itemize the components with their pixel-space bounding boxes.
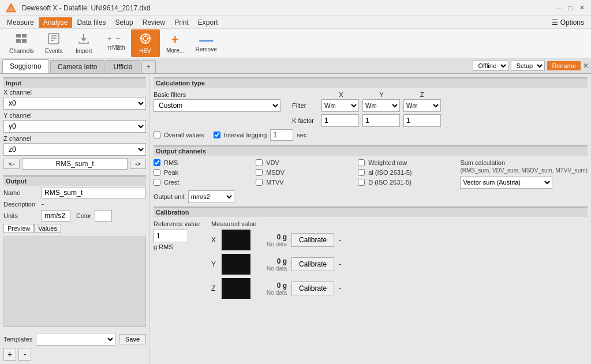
menu-print[interactable]: Print (170, 17, 193, 28)
crest-checkbox[interactable] (154, 179, 160, 186)
right-panel-spacer (154, 306, 588, 361)
toolbar: Channels Events Import + + π Σ Math HBV (0, 29, 591, 59)
vdv-checkbox-row: VDV (256, 159, 352, 166)
color-picker[interactable] (95, 210, 112, 222)
tab-ufficio[interactable]: Ufficio (106, 60, 140, 73)
menu-review[interactable]: Review (138, 17, 170, 28)
rename-button[interactable]: Rename (547, 61, 581, 70)
minimize-button[interactable]: — (554, 3, 563, 13)
preview-tabs: Preview Values (3, 224, 146, 233)
rms-label: RMS (164, 159, 178, 166)
close-button[interactable]: ✕ (577, 3, 586, 13)
filter-z-select[interactable]: Wm (403, 99, 441, 112)
tab-soggiorno[interactable]: Soggiorno (2, 59, 49, 73)
calib-x-label: X (211, 236, 217, 244)
options-button[interactable]: ☰ Options (547, 16, 589, 29)
rms-checkbox[interactable] (154, 159, 160, 166)
tab-bar-right: Offline Setup Rename ✕ (473, 61, 589, 73)
window-controls[interactable]: — □ ✕ (554, 3, 586, 13)
reference-value-input[interactable] (154, 230, 188, 242)
overall-values-row: Overall values (154, 132, 204, 138)
peak-checkbox-row: Peak (154, 169, 250, 176)
preview-tab[interactable]: Preview (3, 224, 34, 233)
toolbar-events[interactable]: Events (39, 29, 68, 57)
svg-rect-3 (22, 34, 27, 37)
d-checkbox[interactable] (358, 179, 365, 186)
x-channel-group: X channel x0 (3, 89, 146, 110)
toolbar-channels[interactable]: Channels (5, 29, 38, 57)
output-unit-select[interactable]: mm/s2 (188, 190, 234, 203)
al-checkbox[interactable] (358, 169, 365, 176)
calibrate-z-button[interactable]: Calibrate (291, 282, 334, 295)
hbv-label: HBV (139, 48, 151, 54)
y-channel-label: Y channel (3, 112, 146, 119)
output-desc-value: - (42, 200, 44, 208)
output-section: Output Name Description - Units Color Pr… (3, 175, 146, 233)
overall-values-checkbox[interactable] (154, 132, 160, 138)
app-logo (5, 2, 17, 14)
output-name-row: Name (3, 187, 146, 198)
nav-prev-button[interactable]: <- (3, 159, 20, 169)
calib-z-display (222, 278, 250, 299)
z-channel-select[interactable]: z0 (3, 143, 146, 156)
calib-x-value: 0 g (277, 233, 287, 241)
calib-z-label: Z (211, 284, 217, 292)
x-channel-select[interactable]: x0 (3, 97, 146, 110)
import-label: Import (76, 48, 92, 54)
toolbar-more[interactable]: + More... (161, 29, 190, 57)
sum-calc-select[interactable]: Vector sum (Austria) (460, 176, 552, 189)
output-units-input[interactable] (42, 210, 70, 222)
msdv-checkbox[interactable] (256, 169, 263, 176)
calibrate-x-button[interactable]: Calibrate (291, 233, 334, 247)
interval-value-input[interactable] (270, 129, 293, 141)
filter-y-select[interactable]: Wm (362, 99, 400, 112)
channels-icon (15, 32, 28, 47)
menu-measure[interactable]: Measure (2, 17, 39, 28)
kfactor-y-input[interactable] (362, 114, 400, 127)
z-channel-label: Z channel (3, 135, 146, 142)
more-label: More... (166, 47, 184, 54)
nav-next-button[interactable]: -> (130, 159, 146, 169)
save-button[interactable]: Save (119, 334, 146, 344)
tab-close-icon[interactable]: ✕ (583, 62, 589, 70)
al-label: al (ISO 2631-5) (368, 169, 412, 176)
tab-add-button[interactable]: + (141, 60, 156, 73)
add-template-button[interactable]: + (3, 348, 16, 361)
menu-analyse[interactable]: Analyse (39, 17, 73, 28)
kfactor-z-input[interactable] (403, 114, 441, 127)
kfactor-x-input[interactable] (321, 114, 359, 127)
templates-select[interactable] (36, 333, 115, 346)
toolbar-import[interactable]: Import (69, 29, 98, 57)
peak-checkbox[interactable] (154, 169, 160, 176)
basic-filters-select[interactable]: Custom (154, 99, 280, 112)
calibrate-y-button[interactable]: Calibrate (291, 257, 334, 271)
y-channel-select[interactable]: y0 (3, 120, 146, 133)
grms-label: g RMS (154, 243, 200, 250)
menu-export[interactable]: Export (193, 17, 223, 28)
input-header: Input (3, 77, 146, 88)
toolbar-remove[interactable]: — Remove (191, 29, 222, 57)
output-name-input[interactable] (42, 187, 146, 198)
maximize-button[interactable]: □ (566, 3, 575, 13)
measured-value-label: Measured value (211, 220, 341, 227)
main-content: Input X channel x0 Y channel y0 Z channe… (0, 74, 591, 364)
remove-template-button[interactable]: - (18, 348, 31, 361)
templates-row: Templates Save (3, 331, 146, 348)
menu-setup[interactable]: Setup (110, 17, 137, 28)
values-tab[interactable]: Values (34, 224, 61, 233)
left-panel: Input X channel x0 Y channel y0 Z channe… (0, 74, 150, 364)
filter-x-select[interactable]: Wm (321, 99, 359, 112)
toolbar-math[interactable]: + + π Σ (99, 29, 128, 57)
vdv-label: VDV (266, 159, 279, 166)
events-label: Events (45, 48, 63, 54)
tab-cameraletto[interactable]: Camera letto (50, 60, 105, 73)
interval-logging-checkbox[interactable] (214, 132, 220, 138)
toolbar-hbv[interactable]: HBV (131, 29, 160, 57)
vdv-checkbox[interactable] (256, 159, 263, 166)
weighted-raw-checkbox[interactable] (358, 159, 365, 166)
menu-datafiles[interactable]: Data files (72, 17, 110, 28)
mtvv-checkbox[interactable] (256, 179, 263, 186)
setup-select[interactable]: Setup (511, 61, 545, 71)
offline-select[interactable]: Offline (473, 61, 508, 71)
hbv-icon (139, 32, 152, 47)
